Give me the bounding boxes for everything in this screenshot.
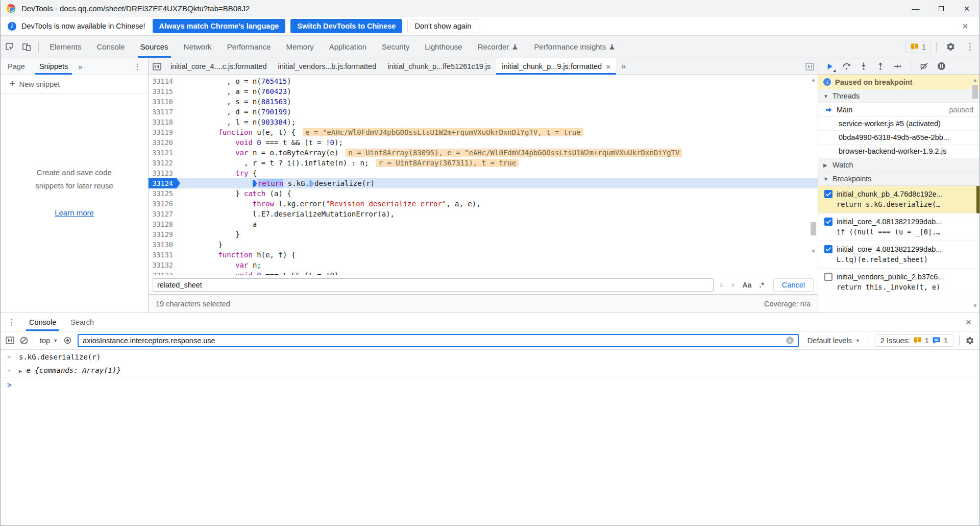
navigator-overflow-icon[interactable]: ⋮ — [127, 62, 148, 71]
panel-tab-security[interactable]: Security — [374, 36, 417, 58]
issues-counter-button[interactable]: 1 — [905, 41, 931, 53]
drawer-tab-console[interactable]: Console — [22, 313, 63, 331]
panel-tab-recorder[interactable]: Recorder — [470, 36, 527, 58]
resume-button[interactable] — [826, 62, 834, 70]
console-settings-button[interactable] — [965, 336, 974, 345]
line-number[interactable]: 33127 — [149, 209, 180, 219]
line-number[interactable]: 33133 — [149, 270, 180, 275]
breakpoint-item[interactable]: initial_vendors_public_2.b37c6...return … — [818, 269, 979, 296]
source-tab[interactable]: initial_core_4....c.js:formatted — [165, 58, 273, 75]
step-over-button[interactable] — [842, 62, 851, 70]
line-number[interactable]: 33125 — [149, 188, 180, 199]
learn-more-link[interactable]: Learn more — [55, 206, 94, 220]
create-live-expression-button[interactable] — [63, 337, 72, 344]
deactivate-breakpoints-button[interactable] — [920, 62, 928, 70]
line-number[interactable]: 33120 — [149, 137, 180, 148]
breakpoint-item[interactable]: initial_core_4.0813821299dab...if ((null… — [818, 213, 979, 241]
threads-section-header[interactable]: ▼ Threads — [818, 89, 979, 103]
thread-row[interactable]: Mainpaused — [818, 103, 979, 117]
panel-tab-application[interactable]: Application — [322, 36, 374, 58]
match-case-toggle[interactable]: Aa — [741, 281, 753, 289]
more-navigator-tabs-icon[interactable]: » — [75, 62, 85, 71]
line-number[interactable]: 33121 — [149, 148, 180, 158]
breakpoint-checkbox[interactable] — [824, 190, 832, 198]
thread-row[interactable]: service-worker.js #5 (activated) — [818, 117, 979, 131]
regex-toggle[interactable]: .* — [758, 281, 766, 289]
find-next-icon[interactable]: ∨ — [729, 281, 737, 289]
log-levels-dropdown[interactable]: Default levels ▼ — [804, 337, 863, 345]
breakpoint-item[interactable]: initial_core_4.0813821299dab...L.tq)(e.r… — [818, 241, 979, 269]
source-tab[interactable]: initial_chunk_p...ffe51261c19.js — [382, 58, 496, 75]
line-number[interactable]: 33123 — [149, 168, 180, 178]
dont-show-again-button[interactable]: Don't show again — [407, 19, 478, 33]
panel-tab-elements[interactable]: Elements — [42, 36, 89, 58]
find-cancel-button[interactable]: Cancel — [773, 278, 814, 292]
code-editor[interactable]: 33114 , o = n(765415)33115 , a = n(76042… — [149, 75, 818, 275]
more-source-tabs-button[interactable]: » — [616, 58, 631, 75]
panel-tab-memory[interactable]: Memory — [279, 36, 322, 58]
thread-row[interactable]: browser-backend-worker-1.9.2.js — [818, 145, 979, 158]
breakpoint-item[interactable]: initial_chunk_pb_4.76d8c192e...return s.… — [818, 186, 979, 213]
step-into-button[interactable] — [860, 62, 868, 70]
clear-console-button[interactable] — [20, 337, 28, 345]
navigator-tab-page[interactable]: Page — [1, 58, 32, 75]
drawer-tab-search[interactable]: Search — [63, 313, 101, 331]
line-number[interactable]: 33122 — [149, 158, 180, 168]
line-number[interactable]: 33130 — [149, 240, 180, 250]
close-button[interactable]: × — [954, 0, 979, 17]
sidebar-scrollbar-thumb[interactable] — [972, 85, 978, 99]
editor-scrollbar-thumb[interactable] — [811, 222, 816, 235]
toggle-navigator-button[interactable] — [149, 58, 165, 75]
line-number[interactable]: 33124 — [149, 178, 180, 188]
scroll-down-icon[interactable]: ▼ — [971, 302, 979, 309]
switch-chinese-button[interactable]: Switch DevTools to Chinese — [290, 19, 402, 33]
scroll-up-icon[interactable]: ▲ — [971, 77, 979, 84]
toggle-device-toolbar-button[interactable] — [18, 39, 35, 55]
watch-section-header[interactable]: ▶ Watch — [818, 158, 979, 172]
panel-tab-console[interactable]: Console — [89, 36, 133, 58]
match-language-button[interactable]: Always match Chrome's language — [153, 19, 286, 33]
source-tab[interactable]: initial_vendors...b.js:formatted — [273, 58, 382, 75]
panel-tab-performance[interactable]: Performance — [219, 36, 279, 58]
issues-chip[interactable]: 2 Issues: 1 1 — [875, 334, 953, 347]
inspect-element-button[interactable] — [1, 39, 18, 55]
clear-filter-icon[interactable]: × — [786, 337, 794, 344]
find-previous-icon[interactable]: ∧ — [718, 281, 725, 289]
line-number[interactable]: 33131 — [149, 250, 180, 260]
console-filter-input[interactable] — [83, 337, 782, 345]
panel-tab-network[interactable]: Network — [176, 36, 219, 58]
line-number[interactable]: 33118 — [149, 117, 180, 127]
minimize-button[interactable]: — — [903, 0, 928, 17]
line-number[interactable]: 33128 — [149, 219, 180, 229]
infobar-close-icon[interactable]: × — [958, 20, 972, 32]
line-number[interactable]: 33115 — [149, 86, 180, 97]
breakpoint-checkbox[interactable] — [824, 273, 832, 281]
console-prompt[interactable]: > — [1, 377, 979, 393]
line-number[interactable]: 33119 — [149, 127, 180, 137]
scroll-up-icon[interactable]: ▲ — [809, 76, 818, 83]
console-sidebar-toggle[interactable] — [6, 337, 14, 344]
restore-button[interactable] — [928, 0, 954, 17]
more-options-button[interactable]: ⋮ — [964, 39, 975, 55]
breakpoint-checkbox[interactable] — [824, 245, 832, 253]
step-out-button[interactable] — [876, 62, 885, 70]
scroll-down-icon[interactable]: ▼ — [809, 248, 818, 255]
line-number[interactable]: 33132 — [149, 260, 180, 270]
navigator-tab-snippets[interactable]: Snippets — [32, 58, 75, 75]
source-tab[interactable]: initial_chunk_p...9.js:formatted× — [496, 58, 616, 75]
line-number[interactable]: 33126 — [149, 199, 180, 209]
panel-tab-sources[interactable]: Sources — [133, 36, 176, 58]
close-tab-icon[interactable]: × — [606, 62, 610, 71]
quick-source-button[interactable] — [801, 58, 818, 75]
disclosure-triangle-icon[interactable]: ▶ — [19, 368, 22, 374]
new-snippet-button[interactable]: + New snippet — [1, 75, 148, 93]
pause-on-exceptions-button[interactable] — [937, 62, 946, 70]
thread-row[interactable]: 0bda4990-6318-49d5-a65e-2bb... — [818, 131, 979, 145]
settings-button[interactable] — [942, 39, 959, 55]
breakpoint-checkbox[interactable] — [824, 218, 832, 226]
line-number[interactable]: 33116 — [149, 97, 180, 107]
panel-tab-performance-insights[interactable]: Performance insights — [526, 36, 623, 58]
drawer-close-icon[interactable]: × — [958, 317, 979, 328]
step-button[interactable] — [893, 62, 902, 70]
execution-context-selector[interactable]: top ▼ — [40, 337, 58, 345]
